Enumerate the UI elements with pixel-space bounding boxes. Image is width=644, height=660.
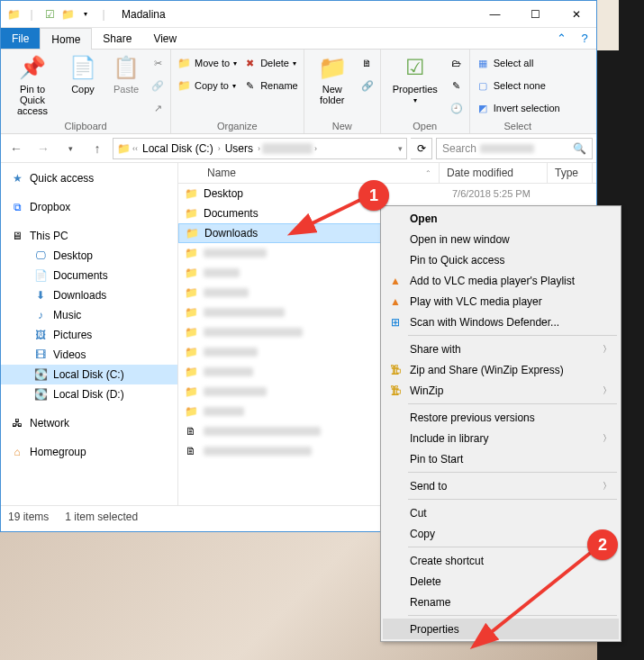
nav-documents[interactable]: 📄Documents (1, 266, 177, 285)
properties-button[interactable]: ☑ Properties ▾ (386, 53, 444, 104)
delete-button[interactable]: ✖Delete ▾ (242, 53, 298, 73)
folder-icon (185, 226, 199, 240)
invert-selection-button[interactable]: ◩Invert selection (476, 98, 560, 118)
close-button[interactable]: ✕ (556, 2, 596, 27)
breadcrumb-seg-2[interactable]: Users (222, 142, 256, 155)
maximize-button[interactable]: ☐ (515, 2, 556, 27)
menu-vlc-play[interactable]: ▲Play with VLC media player (383, 291, 619, 312)
folder-icon (184, 404, 198, 419)
qat-sep2: | (96, 7, 111, 22)
menu-share-with[interactable]: Share with〉 (383, 339, 619, 359)
ribbon-group-organize: Move to ▾ Copy to ▾ ✖Delete ▾ ✎Rename Or… (171, 50, 304, 133)
chevron-icon[interactable]: ‹‹ (132, 144, 138, 153)
menu-copy[interactable]: Copy (383, 523, 619, 544)
nav-music[interactable]: ♪Music (1, 305, 177, 325)
winzip-icon: 🗜 (388, 384, 403, 398)
new-folder-button[interactable]: New folder (310, 53, 355, 105)
qat-newfolder-icon[interactable] (60, 7, 75, 22)
rename-button[interactable]: ✎Rename (242, 76, 298, 95)
address-dropdown-icon[interactable]: ▾ (398, 144, 403, 153)
menu-vlc-add[interactable]: ▲Add to VLC media player's Playlist (383, 270, 619, 291)
minimize-button[interactable]: — (475, 2, 515, 27)
search-icon: 🔍 (573, 142, 586, 155)
copyto-button[interactable]: Copy to ▾ (177, 76, 237, 95)
chevron-icon[interactable]: › (218, 144, 221, 153)
ribbon-collapse-icon[interactable]: ⌃ (549, 28, 573, 49)
copy-button[interactable]: 📄 Copy (64, 53, 102, 95)
menu-rename[interactable]: Rename (383, 592, 619, 612)
new-item-button[interactable]: 🗎 (360, 53, 375, 73)
menu-open-new-window[interactable]: Open in new window (383, 229, 619, 249)
edit-button[interactable]: ✎ (449, 76, 464, 95)
breadcrumb-seg-3[interactable] (262, 143, 313, 154)
search-input[interactable]: Search 🔍 (436, 138, 593, 159)
menu-create-shortcut[interactable]: Create shortcut (383, 550, 619, 571)
music-icon: ♪ (33, 308, 48, 322)
columns-header: Name⌃ Date modified Type (178, 163, 596, 184)
column-type[interactable]: Type (548, 163, 593, 183)
cut-icon: ✂ (150, 56, 165, 70)
vlc-icon: ▲ (388, 294, 403, 309)
menu-defender[interactable]: ⊞Scan with Windows Defender... (383, 312, 619, 332)
help-icon[interactable]: ? (573, 28, 596, 49)
menu-send-to[interactable]: Send to〉 (383, 475, 619, 496)
nav-this-pc[interactable]: 🖥This PC (1, 226, 177, 246)
pictures-icon: 🖼 (33, 328, 48, 342)
nav-downloads[interactable]: ⬇Downloads (1, 285, 177, 305)
tab-file[interactable]: File (1, 28, 40, 49)
copypath-icon: 🔗 (150, 78, 165, 93)
menu-separator (408, 615, 617, 616)
qat-dropdown-icon[interactable]: ▾ (78, 7, 93, 22)
menu-cut[interactable]: Cut (383, 502, 619, 523)
nav-network[interactable]: 🖧Network (1, 413, 177, 433)
status-selected: 1 item selected (65, 511, 138, 523)
nav-videos[interactable]: 🎞Videos (1, 345, 177, 365)
chevron-icon[interactable]: › (314, 144, 317, 153)
quickaccess-icon: ★ (10, 171, 24, 185)
tab-share[interactable]: Share (92, 28, 142, 49)
refresh-button[interactable]: ⟳ (411, 138, 432, 159)
select-none-button[interactable]: ▢Select none (476, 76, 560, 95)
breadcrumb-seg-1[interactable]: Local Disk (C:) (140, 142, 216, 155)
menu-pin-quick-access[interactable]: Pin to Quick access (383, 249, 619, 270)
folder-icon (184, 246, 198, 260)
nav-local-c[interactable]: 💽Local Disk (C:) (1, 365, 177, 384)
column-name[interactable]: Name⌃ (178, 163, 440, 183)
chevron-icon[interactable]: › (258, 144, 260, 153)
menu-delete[interactable]: Delete (383, 571, 619, 592)
window-icon (6, 7, 21, 22)
moveto-button[interactable]: Move to ▾ (177, 53, 237, 73)
nav-recent-button[interactable]: ▾ (59, 137, 82, 160)
nav-local-d[interactable]: 💽Local Disk (D:) (1, 384, 177, 404)
nav-up-button[interactable]: ↑ (86, 137, 109, 160)
moveto-icon (177, 56, 191, 70)
ribbon-group-clipboard: 📌 Pin to Quick access 📄 Copy 📋 Paste ✂ 🔗… (1, 50, 171, 133)
menu-restore-versions[interactable]: Restore previous versions (383, 407, 619, 428)
breadcrumb[interactable]: ‹‹ Local Disk (C:) › Users › › ▾ (113, 138, 407, 159)
nav-desktop[interactable]: 🖵Desktop (1, 246, 177, 266)
open-button[interactable]: 🗁 (449, 53, 464, 73)
nav-homegroup[interactable]: ⌂Homegroup (1, 442, 177, 462)
qat-properties-icon[interactable]: ☑ (42, 7, 57, 22)
nav-back-button[interactable]: ← (5, 137, 28, 160)
nav-quick-access[interactable]: ★Quick access (1, 168, 177, 188)
tab-view[interactable]: View (142, 28, 187, 49)
menu-pin-start[interactable]: Pin to Start (383, 448, 619, 469)
dropbox-icon: ⧉ (10, 200, 24, 214)
menu-open[interactable]: Open (383, 208, 619, 229)
nav-pictures[interactable]: 🖼Pictures (1, 325, 177, 345)
select-all-button[interactable]: ▦Select all (476, 53, 560, 73)
nav-dropbox[interactable]: ⧉Dropbox (1, 197, 177, 217)
folder-icon (184, 186, 198, 201)
folder-icon (184, 266, 198, 280)
menu-include-library[interactable]: Include in library〉 (383, 428, 619, 448)
column-date[interactable]: Date modified (440, 163, 548, 183)
menu-properties[interactable]: Properties (383, 619, 619, 639)
history-button[interactable]: 🕘 (449, 98, 464, 118)
paste-button: 📋 Paste (107, 53, 145, 95)
menu-winzip[interactable]: 🗜WinZip〉 (383, 380, 619, 401)
easy-access-button[interactable]: 🔗 (360, 76, 375, 95)
pin-quick-access-button[interactable]: 📌 Pin to Quick access (6, 53, 59, 116)
menu-winzip-express[interactable]: 🗜Zip and Share (WinZip Express) (383, 359, 619, 380)
tab-home[interactable]: Home (40, 28, 92, 50)
